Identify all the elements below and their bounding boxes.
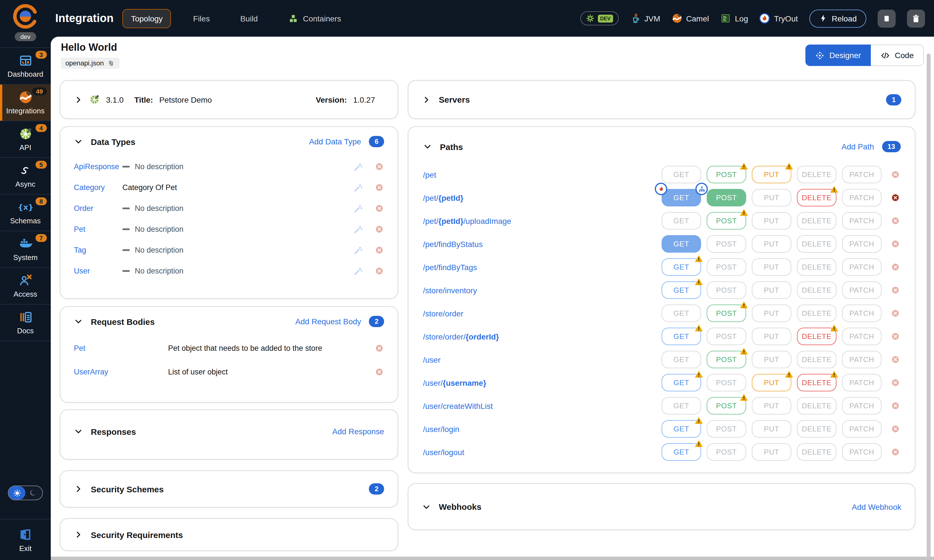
path-link[interactable]: /pet/findByTags bbox=[423, 263, 662, 272]
remove-path-icon[interactable] bbox=[891, 355, 900, 364]
remove-path-icon[interactable] bbox=[891, 170, 900, 179]
method-pill-post[interactable]: POST bbox=[707, 189, 746, 206]
method-pill-put[interactable]: PUT bbox=[752, 235, 791, 253]
method-pill-post[interactable]: POST bbox=[707, 328, 746, 345]
remove-path-icon[interactable] bbox=[891, 401, 900, 411]
stop-button[interactable] bbox=[878, 9, 896, 27]
reload-button[interactable]: Reload bbox=[809, 9, 866, 27]
method-pill-post[interactable]: POST bbox=[707, 282, 746, 299]
sidebar-item-api[interactable]: 4API bbox=[0, 121, 51, 158]
api-info-card[interactable]: 3.1.0 Title: Petstore Demo Version: 1.0.… bbox=[60, 80, 398, 119]
add-path-button[interactable]: Add Path bbox=[830, 142, 874, 151]
method-pill-patch[interactable]: PATCH bbox=[842, 189, 882, 206]
path-link[interactable]: /store/order/{orderId} bbox=[423, 332, 662, 341]
method-pill-delete[interactable]: DELETE bbox=[797, 397, 836, 414]
security-schemes-card[interactable]: Security Schemes 2 bbox=[60, 470, 398, 508]
method-pill-patch[interactable]: PATCH bbox=[842, 212, 882, 229]
remove-path-icon[interactable] bbox=[891, 239, 900, 249]
magic-wand-icon[interactable] bbox=[353, 203, 363, 214]
dev-mode-chip[interactable]: DEV bbox=[580, 11, 619, 25]
method-pill-patch[interactable]: PATCH bbox=[842, 443, 882, 461]
data-type-name-link[interactable]: Tag bbox=[74, 246, 122, 254]
method-pill-delete[interactable]: DELETE bbox=[797, 189, 836, 206]
method-pill-delete[interactable]: DELETE bbox=[797, 420, 836, 438]
method-pill-post[interactable]: POST bbox=[707, 235, 746, 253]
add-webhook-button[interactable]: Add Webhook bbox=[841, 502, 901, 511]
method-pill-get[interactable]: GET bbox=[662, 374, 701, 391]
method-pill-post[interactable]: POST bbox=[707, 258, 746, 276]
method-pill-get[interactable]: GET bbox=[662, 166, 701, 183]
method-pill-put[interactable]: PUT bbox=[752, 305, 791, 322]
vertical-scrollbar[interactable] bbox=[927, 54, 931, 560]
sidebar-item-exit[interactable]: Exit bbox=[0, 519, 51, 560]
method-pill-delete[interactable]: DELETE bbox=[797, 258, 836, 276]
theme-toggle[interactable] bbox=[8, 486, 43, 500]
designer-tab[interactable]: Designer bbox=[805, 45, 871, 66]
remove-data-type-icon[interactable] bbox=[374, 183, 384, 192]
chevron-down-icon[interactable] bbox=[422, 502, 431, 511]
sidebar-item-docs[interactable]: Docs bbox=[0, 305, 51, 341]
method-pill-get[interactable]: GET bbox=[662, 235, 701, 253]
file-chip[interactable]: openapi.json bbox=[61, 57, 120, 69]
data-type-name-link[interactable]: ApiResponse bbox=[74, 162, 122, 171]
flame-badge[interactable] bbox=[655, 183, 667, 195]
method-pill-put[interactable]: PUT bbox=[752, 282, 791, 299]
data-type-name-link[interactable]: User bbox=[74, 267, 122, 275]
method-pill-put[interactable]: PUT bbox=[752, 258, 791, 276]
path-link[interactable]: /user/login bbox=[423, 425, 662, 433]
request-body-name-link[interactable]: Pet bbox=[74, 344, 168, 352]
data-type-name-link[interactable]: Order bbox=[74, 204, 122, 212]
sidebar-item-integrations[interactable]: 49Integrations bbox=[0, 85, 51, 121]
chevron-down-icon[interactable] bbox=[74, 317, 83, 326]
path-link[interactable]: /user/logout bbox=[423, 448, 662, 457]
method-pill-post[interactable]: POST bbox=[707, 212, 746, 229]
method-pill-get[interactable]: GET bbox=[662, 212, 701, 229]
add-response-button[interactable]: Add Response bbox=[321, 427, 384, 436]
method-pill-put[interactable]: PUT bbox=[752, 374, 791, 391]
chevron-down-icon[interactable] bbox=[74, 427, 83, 436]
method-pill-get[interactable]: GET bbox=[662, 420, 701, 438]
method-pill-delete[interactable]: DELETE bbox=[797, 305, 836, 322]
method-pill-delete[interactable]: DELETE bbox=[797, 374, 836, 391]
chevron-down-icon[interactable] bbox=[74, 137, 83, 146]
method-pill-post[interactable]: POST bbox=[707, 166, 746, 183]
path-link[interactable]: /pet bbox=[423, 170, 662, 179]
method-pill-get[interactable]: GET bbox=[662, 258, 701, 276]
delete-button[interactable] bbox=[907, 9, 925, 27]
copy-icon[interactable] bbox=[107, 59, 115, 67]
method-pill-patch[interactable]: PATCH bbox=[842, 282, 882, 299]
tab-build[interactable]: Build bbox=[232, 9, 266, 28]
dark-mode-option[interactable] bbox=[25, 486, 42, 500]
sidebar-item-schemas[interactable]: 8{x}Schemas bbox=[0, 195, 51, 231]
magic-wand-icon[interactable] bbox=[353, 224, 363, 234]
chevron-right-icon[interactable] bbox=[422, 95, 431, 104]
method-pill-patch[interactable]: PATCH bbox=[842, 351, 882, 368]
magic-wand-icon[interactable] bbox=[353, 245, 363, 255]
sidebar-item-access[interactable]: Access bbox=[0, 268, 51, 305]
path-link[interactable]: /pet/{petId} bbox=[423, 193, 662, 202]
method-pill-get[interactable]: GET bbox=[662, 282, 701, 299]
method-pill-get[interactable]: GET bbox=[662, 305, 701, 322]
method-pill-delete[interactable]: DELETE bbox=[797, 282, 836, 299]
remove-path-icon[interactable] bbox=[891, 447, 900, 457]
method-pill-patch[interactable]: PATCH bbox=[842, 305, 882, 322]
data-type-name-link[interactable]: Pet bbox=[74, 225, 122, 234]
remove-data-type-icon[interactable] bbox=[374, 245, 384, 255]
method-pill-get[interactable]: GET bbox=[662, 443, 701, 461]
method-pill-put[interactable]: PUT bbox=[752, 189, 791, 206]
horizontal-scrollbar[interactable] bbox=[51, 557, 934, 560]
path-link[interactable]: /pet/findByStatus bbox=[423, 239, 662, 248]
path-link[interactable]: /user/{username} bbox=[423, 378, 662, 387]
remove-path-icon[interactable] bbox=[891, 262, 900, 272]
remove-request-body-icon[interactable] bbox=[374, 343, 384, 353]
method-pill-post[interactable]: POST bbox=[707, 351, 746, 368]
chevron-right-icon[interactable] bbox=[74, 530, 83, 539]
remove-path-icon[interactable] bbox=[891, 378, 900, 388]
path-link[interactable]: /store/inventory bbox=[423, 286, 662, 295]
method-pill-get[interactable]: GET bbox=[662, 397, 701, 414]
servers-card[interactable]: Servers 1 bbox=[408, 80, 916, 119]
method-pill-put[interactable]: PUT bbox=[752, 328, 791, 345]
light-mode-option[interactable] bbox=[8, 486, 25, 500]
add-data-type-button[interactable]: Add Data Type bbox=[298, 137, 361, 146]
method-pill-delete[interactable]: DELETE bbox=[797, 166, 836, 183]
